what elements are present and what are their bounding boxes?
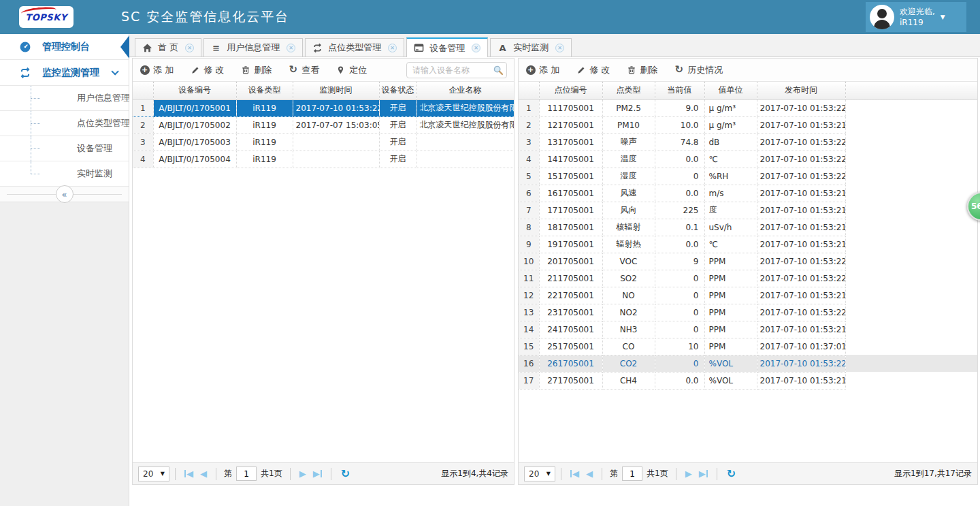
next-page-button[interactable]: ▶ bbox=[299, 469, 306, 479]
cell-point-type: 核辐射 bbox=[602, 219, 655, 236]
prev-page-button[interactable]: ◀ bbox=[200, 469, 207, 479]
col-publish-time[interactable]: 发布时间 bbox=[757, 82, 845, 99]
tab-point-type[interactable]: 点位类型管理 ✕ bbox=[305, 38, 404, 57]
tab-home[interactable]: 首 页 ✕ bbox=[135, 38, 201, 57]
col-current-value[interactable]: 当前值 bbox=[655, 82, 704, 99]
cell-point-id: 141705001 bbox=[539, 151, 602, 168]
close-icon[interactable]: ✕ bbox=[388, 44, 397, 52]
tab-realtime[interactable]: A 实时监测 ✕ bbox=[490, 38, 572, 57]
sidebar-item-point-type[interactable]: 点位类型管理 bbox=[0, 111, 129, 136]
table-row[interactable]: 17271705001CH40.0%VOL2017-07-10 01:53:21 bbox=[519, 372, 977, 389]
table-row[interactable]: 8181705001核辐射0.1uSv/h2017-07-10 01:53:21 bbox=[519, 219, 977, 236]
sidebar-item-monitor-mgmt[interactable]: 监控监测管理 bbox=[0, 60, 129, 86]
home-icon bbox=[142, 43, 152, 53]
table-row[interactable]: 6161705001风速0.0m/s2017-07-10 01:53:21 bbox=[519, 185, 977, 202]
row-number: 11 bbox=[519, 270, 539, 287]
cell-point-type: PM2.5 bbox=[602, 99, 655, 116]
next-page-button[interactable]: ▶ bbox=[685, 469, 692, 479]
col-point-id[interactable]: 点位编号 bbox=[539, 82, 602, 99]
page-size-select[interactable]: 20 ▼ bbox=[138, 467, 169, 481]
filler-cell bbox=[845, 372, 977, 389]
table-row[interactable]: 2A/BJLT/0/1705002iR1192017-07-07 15:03:0… bbox=[133, 116, 514, 133]
table-row[interactable]: 3131705001噪声74.8dB2017-07-10 01:53:22 bbox=[519, 133, 977, 151]
close-icon[interactable]: ✕ bbox=[555, 44, 564, 52]
col-device-type[interactable]: 设备类型 bbox=[236, 82, 293, 99]
edit-button[interactable]: 修 改 bbox=[576, 64, 610, 76]
map-pin-icon bbox=[336, 65, 346, 75]
col-company-name[interactable]: 企业名称 bbox=[416, 82, 514, 99]
col-value-unit[interactable]: 值单位 bbox=[704, 82, 757, 99]
refresh-icon[interactable]: ↻ bbox=[341, 467, 350, 480]
cell-current-value: 0 bbox=[655, 321, 704, 338]
cell-current-value: 0 bbox=[655, 270, 704, 287]
refresh-icon[interactable]: ↻ bbox=[727, 467, 736, 480]
add-button[interactable]: + 添 加 bbox=[140, 64, 174, 76]
cell-device-status: 开启 bbox=[379, 116, 416, 133]
page-number-input[interactable] bbox=[236, 467, 257, 481]
history-button[interactable]: ↻ 历史情况 bbox=[674, 64, 723, 76]
sidebar-item-device-mgmt[interactable]: 设备管理 bbox=[0, 136, 129, 161]
col-monitor-time[interactable]: 监测时间 bbox=[293, 82, 379, 99]
close-icon[interactable]: ✕ bbox=[472, 44, 480, 52]
user-menu[interactable]: 欢迎光临, iR119 ▼ bbox=[866, 2, 966, 32]
row-number: 17 bbox=[519, 372, 539, 389]
table-row[interactable]: 4141705001温度0.0℃2017-07-10 01:53:22 bbox=[519, 151, 977, 168]
cell-value-unit: PPM bbox=[704, 253, 757, 270]
row-number: 8 bbox=[519, 219, 539, 236]
caret-down-icon[interactable]: ▼ bbox=[941, 14, 945, 20]
close-icon[interactable]: ✕ bbox=[287, 44, 295, 52]
first-page-button[interactable]: ◀ bbox=[570, 469, 579, 479]
sidebar-item-user-info[interactable]: 用户信息管理 bbox=[0, 86, 129, 111]
cell-device-type: iR119 bbox=[236, 133, 293, 151]
active-panel-arrow-icon bbox=[120, 35, 129, 59]
table-row[interactable]: 9191705001辐射热0.0℃2017-07-10 01:53:21 bbox=[519, 236, 977, 253]
table-row[interactable]: 10201705001VOC9PPM2017-07-10 01:53:22 bbox=[519, 253, 977, 270]
table-row[interactable]: 7171705001风向225度2017-07-10 01:53:21 bbox=[519, 202, 977, 219]
table-row[interactable]: 14241705001NH30PPM2017-07-10 01:53:21 bbox=[519, 321, 977, 338]
filler-cell bbox=[845, 133, 977, 151]
filler-cell bbox=[845, 168, 977, 185]
edit-button[interactable]: 修 改 bbox=[190, 64, 224, 76]
col-point-type[interactable]: 点类型 bbox=[602, 82, 655, 99]
table-row[interactable]: 13231705001NO20PPM2017-07-10 01:53:22 bbox=[519, 304, 977, 321]
page-number-input[interactable] bbox=[622, 467, 642, 481]
monitor-panel: + 添 加 修 改 删除 ↻ 历史情况 bbox=[518, 58, 978, 485]
search-input[interactable] bbox=[406, 62, 507, 78]
last-page-button[interactable]: ▶ bbox=[699, 469, 708, 479]
cell-point-id: 211705001 bbox=[539, 270, 602, 287]
sidebar-item-realtime[interactable]: 实时监测 bbox=[0, 161, 129, 187]
col-device-status[interactable]: 设备状态 bbox=[379, 82, 416, 99]
table-row[interactable]: 11211705001SO20PPM2017-07-10 01:53:22 bbox=[519, 270, 977, 287]
table-row[interactable]: 4A/BJLT/0/1705004iR119开启 bbox=[133, 151, 514, 168]
collapse-sidebar-button[interactable]: « bbox=[56, 185, 74, 203]
prev-page-button[interactable]: ◀ bbox=[586, 469, 593, 479]
table-row[interactable]: 3A/BJLT/0/1705003iR119开启 bbox=[133, 133, 514, 151]
col-device-code[interactable]: 设备编号 bbox=[153, 82, 236, 99]
table-row[interactable]: 1111705001PM2.59.0μ g/m³2017-07-10 01:53… bbox=[519, 99, 977, 116]
table-row[interactable]: 1A/BJLT/0/1705001iR1192017-07-10 01:53:2… bbox=[133, 99, 514, 116]
table-row[interactable]: 16261705001CO20%VOL2017-07-10 01:53:22 bbox=[519, 355, 977, 372]
last-page-button[interactable]: ▶ bbox=[313, 469, 322, 479]
add-button[interactable]: + 添 加 bbox=[525, 64, 559, 76]
cell-current-value: 0 bbox=[655, 168, 704, 185]
first-page-button[interactable]: ◀ bbox=[184, 469, 193, 479]
filler-cell bbox=[845, 355, 977, 372]
page-size-select[interactable]: 20 ▼ bbox=[524, 467, 555, 481]
sidebar-item-console[interactable]: 管理控制台 bbox=[0, 34, 129, 60]
tab-device-mgmt[interactable]: 设备管理 ✕ bbox=[406, 37, 488, 57]
cell-value-unit: %VOL bbox=[704, 372, 757, 389]
delete-button[interactable]: 删除 bbox=[240, 64, 272, 76]
locate-button[interactable]: 定位 bbox=[336, 64, 367, 76]
cell-publish-time: 2017-07-10 01:53:21 bbox=[757, 202, 845, 219]
table-row[interactable]: 12221705001NO0PPM2017-07-10 01:53:21 bbox=[519, 287, 977, 304]
delete-button[interactable]: 删除 bbox=[626, 64, 657, 76]
table-row[interactable]: 5151705001湿度0%RH2017-07-10 01:53:22 bbox=[519, 168, 977, 185]
tab-user-info[interactable]: ≡ 用户信息管理 ✕ bbox=[203, 38, 303, 57]
total-pages: 共1页 bbox=[647, 468, 668, 479]
close-icon[interactable]: ✕ bbox=[185, 44, 194, 52]
view-button[interactable]: ↻ 查看 bbox=[288, 64, 319, 76]
table-row[interactable]: 15251705001CO10PPM2017-07-10 01:37:01 bbox=[519, 338, 977, 355]
loop-icon bbox=[19, 67, 31, 79]
search-icon[interactable] bbox=[493, 65, 504, 76]
table-row[interactable]: 2121705001PM1010.0μ g/m³2017-07-10 01:53… bbox=[519, 116, 977, 133]
